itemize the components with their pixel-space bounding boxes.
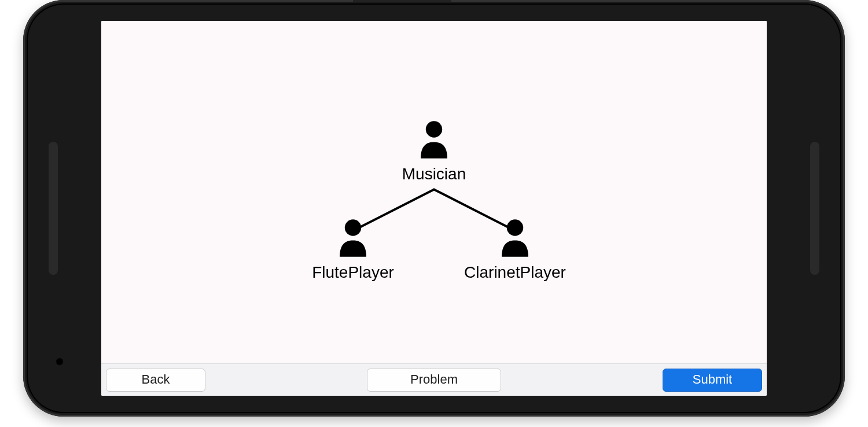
camera-dot xyxy=(56,358,64,366)
power-button xyxy=(353,0,451,2)
phone-frame: Musician FlutePlayer ClarinetPlayer xyxy=(23,0,845,417)
svg-point-4 xyxy=(507,219,523,235)
person-icon xyxy=(333,218,373,258)
submit-button[interactable]: Submit xyxy=(663,369,762,392)
node-clarinetplayer: ClarinetPlayer xyxy=(454,218,576,282)
node-musician-label: Musician xyxy=(393,165,475,183)
diagram-lines xyxy=(101,21,767,364)
speaker-left xyxy=(49,142,58,275)
speaker-right xyxy=(810,142,819,275)
person-icon xyxy=(414,119,454,160)
problem-button[interactable]: Problem xyxy=(367,369,501,392)
back-button[interactable]: Back xyxy=(106,369,205,392)
node-clarinetplayer-label: ClarinetPlayer xyxy=(454,263,576,282)
screen: Musician FlutePlayer ClarinetPlayer xyxy=(101,21,767,396)
svg-point-2 xyxy=(426,121,442,137)
node-musician: Musician xyxy=(393,119,475,183)
bottom-toolbar: Back Problem Submit xyxy=(101,363,767,396)
person-icon xyxy=(495,218,535,258)
node-fluteplayer-label: FlutePlayer xyxy=(298,263,408,282)
svg-point-3 xyxy=(345,219,361,235)
inheritance-diagram: Musician FlutePlayer ClarinetPlayer xyxy=(101,21,767,364)
node-fluteplayer: FlutePlayer xyxy=(298,218,408,282)
